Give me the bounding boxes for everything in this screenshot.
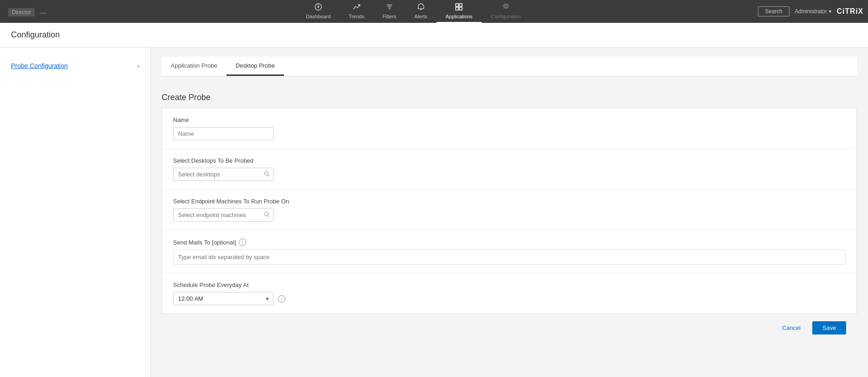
create-probe-heading: Create Probe: [162, 85, 857, 108]
svg-rect-10: [459, 7, 462, 10]
email-input[interactable]: [173, 250, 846, 265]
brand-name: Director: [8, 8, 35, 16]
citrix-logo: CiTRiX: [837, 7, 863, 16]
email-label-text: Send Mails To [optional]: [173, 239, 236, 246]
trends-icon: [352, 3, 361, 13]
configuration-icon: [502, 3, 510, 13]
form-section-schedule: Schedule Probe Everyday At 12:00 AM 1:00…: [162, 273, 857, 313]
svg-point-11: [505, 5, 507, 8]
applications-icon: [455, 3, 463, 13]
page-header: Configuration: [0, 23, 868, 48]
sidebar-item-probe-configuration[interactable]: Probe Configuration ›: [0, 57, 150, 75]
topnav-right: Search Administrator ▾ CiTRiX: [758, 6, 863, 16]
tab-application-probe[interactable]: Application Probe: [162, 57, 226, 76]
chevron-right-icon: ›: [137, 62, 139, 69]
nav-configuration: Configuration: [482, 0, 530, 23]
schedule-info-icon[interactable]: i: [278, 295, 285, 303]
nav-filters-label: Filters: [383, 14, 396, 19]
topnav-items: Dashboard Trends Filters Alerts Applicat…: [68, 0, 758, 23]
endpoint-input[interactable]: [173, 208, 274, 222]
nav-applications-label: Applications: [446, 14, 473, 19]
form-section-desktops: Select Desktops To Be Probed: [162, 149, 857, 190]
sidebar-item-probe-label[interactable]: Probe Configuration: [11, 62, 68, 69]
svg-rect-9: [456, 7, 458, 10]
nav-alerts-label: Alerts: [415, 14, 427, 19]
brand: Director: [5, 7, 59, 16]
form-section-endpoint: Select Endpoint Machines To Run Probe On: [162, 190, 857, 230]
alerts-icon: [417, 3, 425, 13]
schedule-select[interactable]: 12:00 AM 1:00 AM 2:00 AM 6:00 AM 12:00 P…: [173, 292, 274, 305]
save-button[interactable]: Save: [812, 321, 846, 335]
email-info-icon[interactable]: i: [239, 239, 246, 246]
desktops-search-icon: [264, 171, 270, 178]
search-button[interactable]: Search: [758, 6, 789, 16]
page-footer: Cancel Save: [162, 314, 857, 342]
nav-configuration-label: Configuration: [491, 14, 521, 19]
svg-point-14: [265, 212, 268, 216]
main-content: Application Probe Desktop Probe Create P…: [151, 48, 868, 377]
svg-point-1: [317, 6, 319, 8]
sidebar: Probe Configuration ›: [0, 48, 151, 377]
desktops-input[interactable]: [173, 168, 274, 181]
endpoint-label: Select Endpoint Machines To Run Probe On: [173, 198, 846, 205]
topnav: Director Dashboard Trends Filters Ale: [0, 0, 868, 23]
page-title: Configuration: [11, 30, 857, 40]
nav-filters[interactable]: Filters: [374, 0, 405, 23]
endpoint-input-wrapper: [173, 208, 274, 222]
svg-rect-8: [459, 4, 462, 6]
svg-rect-7: [456, 4, 458, 6]
schedule-label: Schedule Probe Everyday At: [173, 281, 846, 288]
filters-icon: [385, 3, 394, 13]
svg-line-15: [268, 216, 269, 217]
admin-button[interactable]: Administrator ▾: [795, 8, 831, 15]
nav-trends[interactable]: Trends: [340, 0, 374, 23]
svg-line-13: [268, 175, 269, 176]
email-label: Send Mails To [optional] i: [173, 239, 846, 246]
nav-applications[interactable]: Applications: [437, 0, 482, 23]
schedule-select-wrapper: 12:00 AM 1:00 AM 2:00 AM 6:00 AM 12:00 P…: [173, 292, 274, 305]
page-body: Probe Configuration › Application Probe …: [0, 48, 868, 377]
form-container: Name Select Desktops To Be Probed Select…: [162, 108, 857, 314]
nav-trends-label: Trends: [349, 14, 364, 19]
desktops-label: Select Desktops To Be Probed: [173, 157, 846, 164]
svg-point-12: [265, 171, 268, 175]
form-section-name: Name: [162, 108, 857, 149]
dashboard-icon: [314, 3, 322, 13]
nav-alerts[interactable]: Alerts: [405, 0, 437, 23]
name-input[interactable]: [173, 127, 274, 140]
brand-tag: [40, 12, 47, 14]
form-section-email: Send Mails To [optional] i: [162, 230, 857, 273]
nav-dashboard-label: Dashboard: [306, 14, 331, 19]
desktops-input-wrapper: [173, 168, 274, 181]
schedule-row: 12:00 AM 1:00 AM 2:00 AM 6:00 AM 12:00 P…: [173, 292, 846, 305]
name-label: Name: [173, 117, 846, 123]
cancel-button[interactable]: Cancel: [776, 321, 807, 335]
tab-desktop-probe[interactable]: Desktop Probe: [226, 57, 284, 76]
tabs: Application Probe Desktop Probe: [162, 57, 857, 76]
nav-dashboard[interactable]: Dashboard: [297, 0, 340, 23]
endpoint-search-icon: [264, 212, 270, 219]
